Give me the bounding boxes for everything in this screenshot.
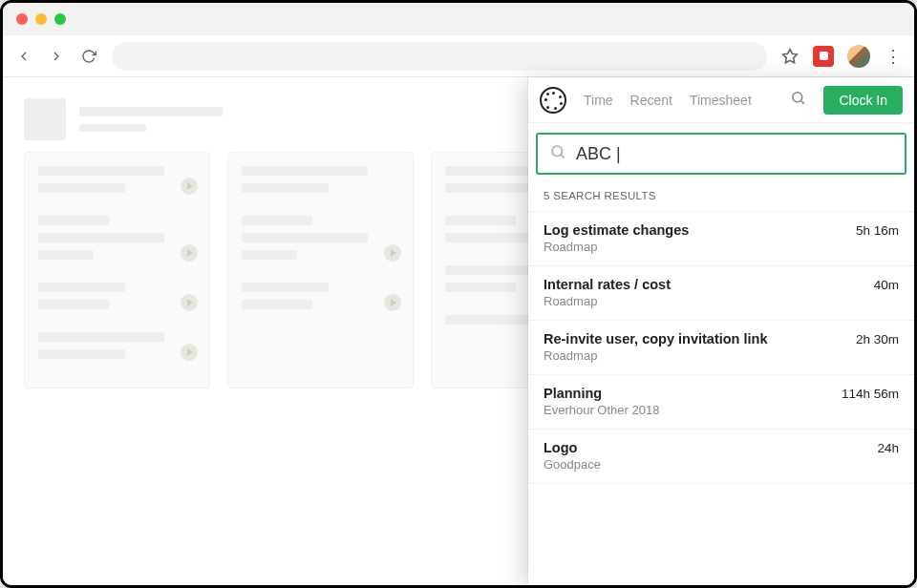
back-button[interactable] bbox=[14, 47, 33, 66]
window-minimize-icon[interactable] bbox=[35, 13, 47, 25]
play-icon[interactable] bbox=[181, 244, 198, 262]
time-tracker-popup: Time Recent Timesheet Clock In 5 SEARCH … bbox=[528, 77, 914, 585]
bookmark-star-icon[interactable] bbox=[780, 47, 800, 66]
result-project: Roadmap bbox=[544, 240, 689, 254]
board-column bbox=[24, 152, 210, 388]
board-card[interactable] bbox=[38, 283, 196, 309]
skeleton-line bbox=[79, 107, 223, 116]
search-wrap bbox=[528, 123, 914, 175]
extension-icon[interactable] bbox=[813, 46, 834, 67]
search-input[interactable] bbox=[576, 144, 893, 164]
svg-marker-0 bbox=[783, 49, 798, 62]
popup-header: Time Recent Timesheet Clock In bbox=[528, 77, 914, 123]
play-icon[interactable] bbox=[181, 178, 198, 195]
reload-button[interactable] bbox=[79, 47, 98, 66]
result-title: Re-invite user, copy invitation link bbox=[544, 331, 767, 346]
svg-point-3 bbox=[552, 146, 563, 157]
titlebar bbox=[3, 3, 914, 35]
result-project: Roadmap bbox=[544, 348, 767, 363]
result-title: Internal rates / cost bbox=[544, 277, 671, 292]
skeleton-avatar bbox=[24, 98, 66, 140]
search-box[interactable] bbox=[536, 133, 906, 175]
kebab-menu-icon[interactable]: ⋮ bbox=[884, 47, 903, 66]
board-card[interactable] bbox=[242, 283, 399, 309]
board-card[interactable] bbox=[242, 216, 399, 260]
svg-line-2 bbox=[801, 101, 804, 104]
svg-point-1 bbox=[793, 93, 802, 102]
browser-window: ⋮ bbox=[0, 0, 917, 588]
board-column bbox=[227, 152, 414, 388]
result-time: 2h 30m bbox=[848, 331, 899, 346]
play-icon[interactable] bbox=[181, 344, 198, 361]
search-icon[interactable] bbox=[790, 90, 806, 110]
svg-line-4 bbox=[561, 155, 564, 158]
board-card[interactable] bbox=[38, 216, 196, 260]
result-title: Planning bbox=[544, 386, 659, 401]
profile-avatar[interactable] bbox=[847, 45, 870, 68]
clock-in-button[interactable]: Clock In bbox=[823, 86, 903, 115]
browser-toolbar: ⋮ bbox=[3, 35, 914, 77]
search-result[interactable]: Logo Goodpace 24h bbox=[528, 429, 914, 483]
window-zoom-icon[interactable] bbox=[54, 13, 66, 25]
search-result[interactable]: Planning Everhour Other 2018 114h 56m bbox=[528, 374, 914, 429]
result-time: 24h bbox=[869, 440, 899, 455]
result-project: Everhour Other 2018 bbox=[544, 403, 659, 417]
board-card[interactable] bbox=[38, 332, 196, 359]
board-card[interactable] bbox=[38, 166, 196, 193]
result-project: Roadmap bbox=[544, 294, 671, 308]
result-title: Logo bbox=[544, 440, 601, 455]
play-icon[interactable] bbox=[181, 294, 198, 311]
tab-recent[interactable]: Recent bbox=[630, 93, 672, 108]
result-time: 114h 56m bbox=[834, 386, 899, 401]
search-results-label: 5 SEARCH RESULTS bbox=[528, 175, 914, 211]
result-title: Log estimate changes bbox=[544, 222, 689, 238]
window-close-icon[interactable] bbox=[16, 13, 28, 25]
search-result[interactable]: Internal rates / cost Roadmap 40m bbox=[528, 265, 914, 320]
play-icon[interactable] bbox=[384, 244, 401, 262]
tab-timesheet[interactable]: Timesheet bbox=[690, 93, 752, 108]
board-card[interactable] bbox=[242, 166, 399, 193]
page-content: Time Recent Timesheet Clock In 5 SEARCH … bbox=[3, 77, 914, 585]
results-divider bbox=[528, 483, 914, 484]
result-time: 40m bbox=[866, 277, 899, 292]
app-logo-icon[interactable] bbox=[540, 87, 566, 114]
search-result[interactable]: Log estimate changes Roadmap 5h 16m bbox=[528, 211, 914, 265]
result-time: 5h 16m bbox=[848, 222, 899, 238]
search-input-icon bbox=[549, 143, 566, 164]
skeleton-line bbox=[79, 124, 146, 132]
forward-button[interactable] bbox=[47, 47, 66, 66]
result-project: Goodpace bbox=[544, 457, 601, 472]
play-icon[interactable] bbox=[384, 294, 401, 311]
tab-time[interactable]: Time bbox=[584, 93, 613, 108]
address-bar[interactable] bbox=[112, 42, 767, 71]
search-result[interactable]: Re-invite user, copy invitation link Roa… bbox=[528, 320, 914, 374]
